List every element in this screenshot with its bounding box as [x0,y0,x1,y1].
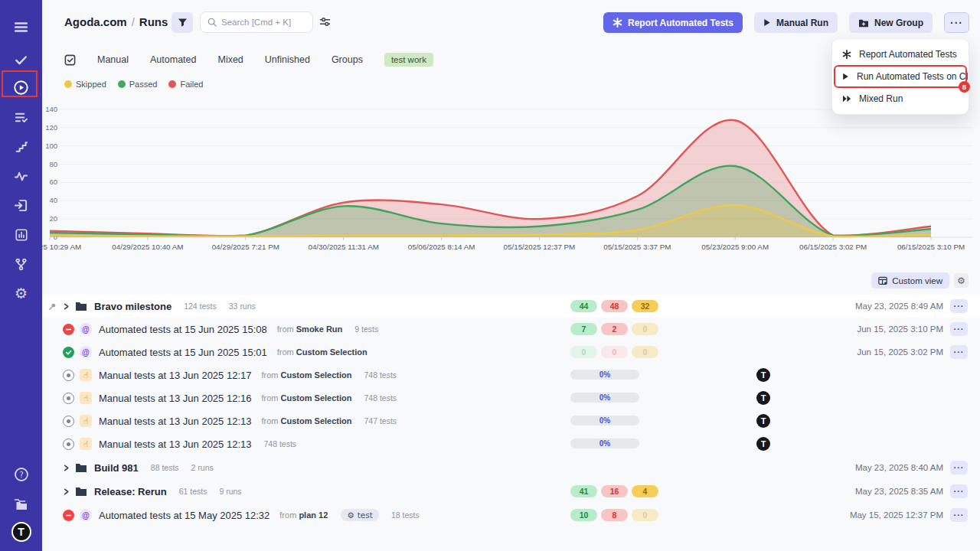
svg-text:05/06/2025 8:14 AM: 05/06/2025 8:14 AM [408,243,475,251]
svg-text:06/15/2025 3:10 PM: 06/15/2025 3:10 PM [897,243,965,251]
help-icon: ? [14,467,29,482]
run-title[interactable]: Automated tests at 15 Jun 2025 15:01 [99,347,267,358]
sidebar-item-checklist[interactable] [0,104,42,130]
tag-filter-badge[interactable]: test work [384,53,433,67]
run-row[interactable]: ☝Manual tests at 13 Jun 2025 12:13748 te… [42,432,980,455]
pinwheel-icon [842,50,851,59]
run-meta: 748 tests [364,393,397,403]
search-box[interactable] [200,11,313,33]
tab-unfinished[interactable]: Unfinished [265,54,310,65]
sidebar-item-tasks[interactable] [0,47,42,73]
tab-groups[interactable]: Groups [332,54,363,65]
menu-item-mixed-run[interactable]: Mixed Run [832,89,969,109]
tab-mixed[interactable]: Mixed [217,54,243,65]
run-title[interactable]: Manual tests at 13 Jun 2025 12:13 [99,439,251,450]
fast-forward-icon [842,95,851,103]
legend-dot-icon [168,80,176,88]
run-row[interactable]: ☝Manual tests at 13 Jun 2025 12:16from C… [42,386,980,409]
chevron-right-icon[interactable] [63,465,70,471]
ellipsis-icon: ··· [950,17,963,29]
row-more-button[interactable]: ··· [950,299,968,313]
table-view-icon [878,276,887,285]
runs-area-chart: 140120100806040200/29/2025 10:29 AM04/29… [42,95,980,257]
progress-bar: 0% [570,370,639,380]
run-title[interactable]: Manual tests at 13 Jun 2025 12:16 [99,393,251,404]
run-row[interactable]: ☝Manual tests at 13 Jun 2025 12:13from C… [42,409,980,432]
sidebar-item-branches[interactable] [0,251,42,277]
svg-text:06/15/2025 3:02 PM: 06/15/2025 3:02 PM [799,243,867,251]
sidebar-item-menu[interactable] [0,14,42,40]
run-title[interactable]: Automated tests at 15 Jun 2025 15:08 [99,324,267,335]
progress-value: 0% [599,439,610,448]
assignee-avatar[interactable]: T [756,437,770,451]
run-meta: 9 tests [354,324,378,334]
run-title[interactable]: Build 981 [94,462,139,474]
legend-item-passed[interactable]: Passed [118,80,158,89]
sidebar-item-account[interactable]: T [0,519,42,545]
pin-icon[interactable] [48,300,57,314]
adjustments-icon[interactable] [319,16,331,31]
row-more-button[interactable]: ··· [950,345,968,359]
menu-item-run-automated-tests-on-ci[interactable]: Run Automated Tests on CI8 [835,67,965,86]
svg-text:40: 40 [49,196,57,204]
sidebar-item-settings[interactable]: ⚙ [0,280,42,306]
assignee-avatar[interactable]: T [756,414,770,428]
run-row[interactable]: @Automated tests at 15 Jun 2025 15:08fro… [42,318,980,341]
report-automated-tests-button[interactable]: Report Automated Tests [603,12,743,33]
group-row[interactable]: Bravo milestone124 tests33 runs444832May… [42,295,980,318]
page-title: Runs [139,15,168,28]
run-title[interactable]: Manual tests at 13 Jun 2025 12:13 [99,416,251,427]
breadcrumb-project[interactable]: Agoda.com [64,15,127,28]
select-runs-icon[interactable] [64,54,76,66]
status-pending-icon [63,370,74,381]
automated-run-icon: @ [80,323,92,335]
run-row[interactable]: ☝Manual tests at 13 Jun 2025 12:17from C… [42,364,980,386]
run-title[interactable]: Bravo milestone [94,301,172,312]
run-date: May 23, 2025 8:49 AM [855,302,943,311]
custom-view-button[interactable]: Custom view [871,272,949,289]
run-title[interactable]: Manual tests at 13 Jun 2025 12:17 [99,370,251,381]
group-row[interactable]: Release: Rerun61 tests9 runs41164May 23,… [42,480,980,503]
sidebar-item-projects[interactable] [0,491,42,517]
legend-item-skipped[interactable]: Skipped [64,80,106,89]
sidebar-item-reports[interactable] [0,222,42,248]
filter-button[interactable] [172,12,193,33]
step-badge: 8 [959,81,970,93]
sidebar-item-import[interactable] [0,192,42,218]
svg-text:04/29/2025 10:40 AM: 04/29/2025 10:40 AM [112,243,183,251]
row-more-button[interactable]: ··· [950,461,968,474]
new-group-button[interactable]: New Group [849,12,933,33]
view-settings-gear-icon[interactable]: ⚙ [954,273,969,288]
chevron-right-icon[interactable] [63,488,70,495]
sidebar-item-help[interactable]: ? [0,461,42,487]
run-tag-badge[interactable]: ⚙test [341,509,379,521]
run-row[interactable]: @Automated tests at 15 Jun 2025 15:01fro… [42,341,980,364]
progress-bar: 0% [570,416,639,425]
run-title[interactable]: Automated tests at 15 May 2025 12:32 [99,510,270,521]
sidebar-item-analytics[interactable] [0,163,42,189]
svg-text:60: 60 [49,178,57,186]
more-actions-button[interactable]: ··· [944,12,969,33]
run-title[interactable]: Release: Rerun [94,486,167,497]
tabs-bar: ManualAutomatedMixedUnfinishedGroupstest… [64,53,433,67]
row-more-button[interactable]: ··· [950,322,968,336]
menu-item-report-automated-tests[interactable]: Report Automated Tests [832,44,969,64]
group-row[interactable]: Build 98188 tests2 runsMay 23, 2025 8:40… [42,456,980,479]
row-more-button[interactable]: ··· [950,508,968,522]
tab-automated[interactable]: Automated [150,54,196,65]
chevron-right-icon[interactable] [63,303,70,310]
svg-text:05/23/2025 9:00 AM: 05/23/2025 9:00 AM [701,243,769,251]
sidebar-item-steps[interactable] [0,134,42,160]
runs-highlight-box [2,70,38,97]
menu-icon [13,19,29,35]
assignee-avatar[interactable]: T [756,368,770,382]
assignee-avatar[interactable]: T [756,391,770,405]
run-source: from Custom Selection [261,370,351,380]
manual-run-button[interactable]: Manual Run [754,12,838,33]
tab-manual[interactable]: Manual [97,54,129,65]
search-input[interactable] [221,18,305,27]
legend-item-failed[interactable]: Failed [168,80,203,89]
run-row[interactable]: @Automated tests at 15 May 2025 12:32fro… [42,504,980,527]
row-more-button[interactable]: ··· [950,484,968,498]
failed-count-badge: 48 [601,300,628,312]
